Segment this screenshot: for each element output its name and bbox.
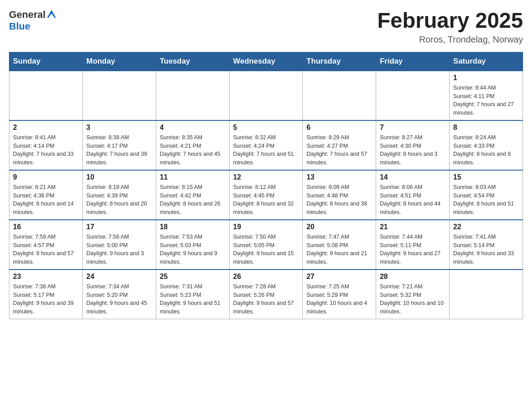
day-number: 24 xyxy=(86,273,152,281)
calendar-cell: 6Sunrise: 8:29 AM Sunset: 4:27 PM Daylig… xyxy=(303,120,376,170)
day-info: Sunrise: 8:44 AM Sunset: 4:11 PM Dayligh… xyxy=(453,84,519,117)
logo-triangle-icon xyxy=(47,9,56,19)
day-number: 23 xyxy=(13,273,79,281)
day-info: Sunrise: 7:47 AM Sunset: 5:08 PM Dayligh… xyxy=(306,233,372,266)
day-number: 8 xyxy=(453,124,519,132)
location: Roros, Trondelag, Norway xyxy=(377,34,523,45)
calendar-cell: 16Sunrise: 7:59 AM Sunset: 4:57 PM Dayli… xyxy=(9,220,83,270)
calendar-cell: 21Sunrise: 7:44 AM Sunset: 5:11 PM Dayli… xyxy=(376,220,450,270)
week-row-3: 9Sunrise: 8:21 AM Sunset: 4:36 PM Daylig… xyxy=(9,170,523,220)
calendar-cell: 25Sunrise: 7:31 AM Sunset: 5:23 PM Dayli… xyxy=(156,270,229,319)
calendar-cell: 20Sunrise: 7:47 AM Sunset: 5:08 PM Dayli… xyxy=(303,220,376,270)
day-info: Sunrise: 7:44 AM Sunset: 5:11 PM Dayligh… xyxy=(380,233,446,266)
day-info: Sunrise: 8:15 AM Sunset: 4:42 PM Dayligh… xyxy=(160,183,226,217)
calendar-cell: 15Sunrise: 8:03 AM Sunset: 4:54 PM Dayli… xyxy=(450,170,523,220)
day-info: Sunrise: 7:28 AM Sunset: 5:26 PM Dayligh… xyxy=(233,283,299,316)
day-info: Sunrise: 7:59 AM Sunset: 4:57 PM Dayligh… xyxy=(13,233,79,266)
calendar-cell: 14Sunrise: 8:06 AM Sunset: 4:51 PM Dayli… xyxy=(376,170,450,220)
day-info: Sunrise: 8:27 AM Sunset: 4:30 PM Dayligh… xyxy=(380,133,446,167)
day-header-monday: Monday xyxy=(82,52,156,71)
day-number: 20 xyxy=(306,223,372,231)
calendar-cell xyxy=(450,270,523,319)
day-header-sunday: Sunday xyxy=(9,52,83,71)
day-number: 18 xyxy=(160,223,226,231)
week-row-5: 23Sunrise: 7:38 AM Sunset: 5:17 PM Dayli… xyxy=(9,270,523,319)
calendar-cell: 19Sunrise: 7:50 AM Sunset: 5:05 PM Dayli… xyxy=(229,220,303,270)
day-info: Sunrise: 8:32 AM Sunset: 4:24 PM Dayligh… xyxy=(233,133,299,167)
day-info: Sunrise: 7:38 AM Sunset: 5:17 PM Dayligh… xyxy=(13,283,79,316)
day-number: 14 xyxy=(380,173,446,181)
month-title: February 2025 xyxy=(377,9,523,33)
calendar-cell: 4Sunrise: 8:35 AM Sunset: 4:21 PM Daylig… xyxy=(156,120,229,170)
day-info: Sunrise: 8:29 AM Sunset: 4:27 PM Dayligh… xyxy=(306,133,372,167)
day-info: Sunrise: 7:53 AM Sunset: 5:03 PM Dayligh… xyxy=(160,233,226,266)
day-number: 9 xyxy=(13,173,79,181)
calendar-header-row: SundayMondayTuesdayWednesdayThursdayFrid… xyxy=(9,52,523,71)
day-info: Sunrise: 7:41 AM Sunset: 5:14 PM Dayligh… xyxy=(453,233,519,266)
day-info: Sunrise: 8:03 AM Sunset: 4:54 PM Dayligh… xyxy=(453,183,519,217)
day-info: Sunrise: 8:12 AM Sunset: 4:45 PM Dayligh… xyxy=(233,183,299,217)
calendar-cell: 17Sunrise: 7:56 AM Sunset: 5:00 PM Dayli… xyxy=(82,220,156,270)
calendar-cell: 7Sunrise: 8:27 AM Sunset: 4:30 PM Daylig… xyxy=(376,120,450,170)
day-info: Sunrise: 7:56 AM Sunset: 5:00 PM Dayligh… xyxy=(86,233,152,266)
page-header: General Blue February 2025 Roros, Tronde… xyxy=(9,9,523,45)
day-info: Sunrise: 8:09 AM Sunset: 4:48 PM Dayligh… xyxy=(306,183,372,217)
calendar-cell xyxy=(156,71,229,120)
calendar-cell: 23Sunrise: 7:38 AM Sunset: 5:17 PM Dayli… xyxy=(9,270,83,319)
calendar-cell: 5Sunrise: 8:32 AM Sunset: 4:24 PM Daylig… xyxy=(229,120,303,170)
calendar-cell: 9Sunrise: 8:21 AM Sunset: 4:36 PM Daylig… xyxy=(9,170,83,220)
day-info: Sunrise: 8:18 AM Sunset: 4:39 PM Dayligh… xyxy=(86,183,152,217)
calendar-cell: 13Sunrise: 8:09 AM Sunset: 4:48 PM Dayli… xyxy=(303,170,376,220)
day-number: 3 xyxy=(86,124,152,132)
calendar-cell: 28Sunrise: 7:21 AM Sunset: 5:32 PM Dayli… xyxy=(376,270,450,319)
logo: General Blue xyxy=(9,9,56,32)
day-number: 2 xyxy=(13,124,79,132)
logo-general: General xyxy=(9,9,46,21)
day-number: 5 xyxy=(233,124,299,132)
calendar-cell xyxy=(82,71,156,120)
calendar-cell xyxy=(376,71,450,120)
day-info: Sunrise: 8:21 AM Sunset: 4:36 PM Dayligh… xyxy=(13,183,79,217)
day-info: Sunrise: 7:25 AM Sunset: 5:29 PM Dayligh… xyxy=(306,283,372,316)
day-header-tuesday: Tuesday xyxy=(156,52,229,71)
day-info: Sunrise: 8:35 AM Sunset: 4:21 PM Dayligh… xyxy=(160,133,226,167)
title-section: February 2025 Roros, Trondelag, Norway xyxy=(377,9,523,45)
calendar-cell: 22Sunrise: 7:41 AM Sunset: 5:14 PM Dayli… xyxy=(450,220,523,270)
calendar-cell: 3Sunrise: 8:38 AM Sunset: 4:17 PM Daylig… xyxy=(82,120,156,170)
day-info: Sunrise: 7:31 AM Sunset: 5:23 PM Dayligh… xyxy=(160,283,226,316)
day-number: 27 xyxy=(306,273,372,281)
day-number: 12 xyxy=(233,173,299,181)
day-number: 26 xyxy=(233,273,299,281)
calendar-cell: 27Sunrise: 7:25 AM Sunset: 5:29 PM Dayli… xyxy=(303,270,376,319)
day-info: Sunrise: 8:38 AM Sunset: 4:17 PM Dayligh… xyxy=(86,133,152,167)
day-header-wednesday: Wednesday xyxy=(229,52,303,71)
calendar-cell: 10Sunrise: 8:18 AM Sunset: 4:39 PM Dayli… xyxy=(82,170,156,220)
day-info: Sunrise: 8:41 AM Sunset: 4:14 PM Dayligh… xyxy=(13,133,79,167)
calendar-cell: 8Sunrise: 8:24 AM Sunset: 4:33 PM Daylig… xyxy=(450,120,523,170)
day-info: Sunrise: 7:50 AM Sunset: 5:05 PM Dayligh… xyxy=(233,233,299,266)
calendar-cell: 11Sunrise: 8:15 AM Sunset: 4:42 PM Dayli… xyxy=(156,170,229,220)
calendar-cell xyxy=(9,71,83,120)
day-number: 7 xyxy=(380,124,446,132)
day-number: 25 xyxy=(160,273,226,281)
day-info: Sunrise: 7:21 AM Sunset: 5:32 PM Dayligh… xyxy=(380,283,446,316)
day-number: 16 xyxy=(13,223,79,231)
day-number: 15 xyxy=(453,173,519,181)
week-row-2: 2Sunrise: 8:41 AM Sunset: 4:14 PM Daylig… xyxy=(9,120,523,170)
day-number: 11 xyxy=(160,173,226,181)
calendar-cell: 18Sunrise: 7:53 AM Sunset: 5:03 PM Dayli… xyxy=(156,220,229,270)
day-number: 13 xyxy=(306,173,372,181)
day-header-friday: Friday xyxy=(376,52,450,71)
day-number: 10 xyxy=(86,173,152,181)
week-row-4: 16Sunrise: 7:59 AM Sunset: 4:57 PM Dayli… xyxy=(9,220,523,270)
day-header-saturday: Saturday xyxy=(450,52,523,71)
calendar-cell xyxy=(229,71,303,120)
day-number: 17 xyxy=(86,223,152,231)
day-number: 4 xyxy=(160,124,226,132)
calendar-cell: 26Sunrise: 7:28 AM Sunset: 5:26 PM Dayli… xyxy=(229,270,303,319)
logo-blue: Blue xyxy=(9,21,30,32)
calendar-table: SundayMondayTuesdayWednesdayThursdayFrid… xyxy=(9,52,523,319)
day-info: Sunrise: 8:06 AM Sunset: 4:51 PM Dayligh… xyxy=(380,183,446,217)
day-info: Sunrise: 7:34 AM Sunset: 5:20 PM Dayligh… xyxy=(86,283,152,316)
day-number: 22 xyxy=(453,223,519,231)
